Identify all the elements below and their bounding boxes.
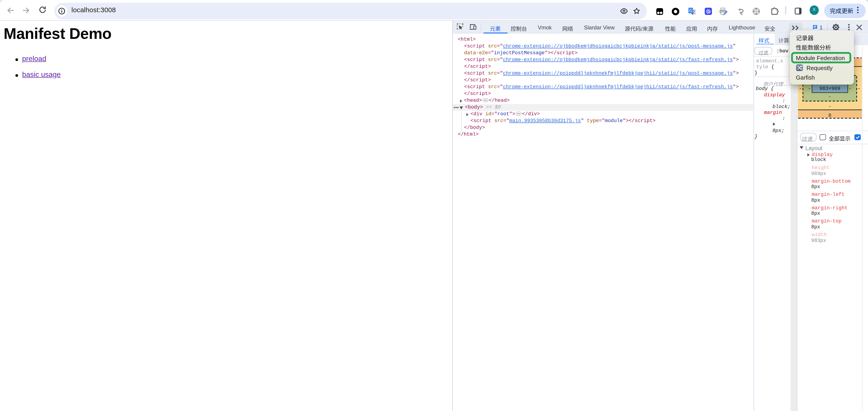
svg-text:8: 8	[829, 113, 831, 118]
svg-text:-: -	[857, 86, 860, 91]
svg-text:-: -	[829, 104, 831, 109]
svg-text:983×969: 983×969	[819, 86, 840, 91]
svg-text:-: -	[808, 86, 811, 91]
svg-text:-: -	[799, 86, 802, 91]
svg-text:-: -	[848, 86, 851, 91]
svg-text:G: G	[689, 8, 692, 13]
svg-text:-: -	[829, 94, 831, 99]
